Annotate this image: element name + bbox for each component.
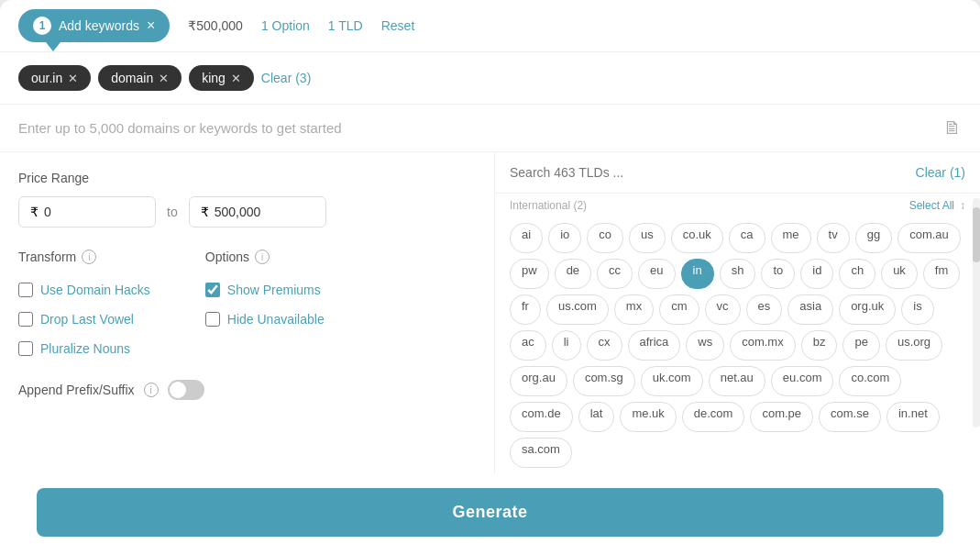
tld-tag-net-au[interactable]: net.au [709,366,765,396]
tld-tag-com-sg[interactable]: com.sg [573,366,635,396]
tld-tag-cm[interactable]: cm [659,294,699,325]
tld-tag-org-au[interactable]: org.au [510,366,567,396]
tld-tag-fr[interactable]: fr [510,294,541,325]
remove-keyword-our-in[interactable]: ✕ [68,72,78,85]
tld-search-input[interactable] [510,165,916,180]
sort-arrows-icon[interactable]: ↕ [960,199,965,212]
options-info-icon[interactable]: i [255,250,270,264]
pluralize-nouns-checkbox[interactable] [18,341,33,356]
tld-tag-com-se[interactable]: com.se [819,402,881,432]
hide-unavailable-checkbox[interactable] [205,312,220,327]
drop-last-vowel-checkbox[interactable] [18,312,33,327]
price-stat: ₹500,000 [188,18,243,33]
options-row: Transform i Use Domain Hacks Drop Last V… [18,250,476,361]
drop-last-vowel-option[interactable]: Drop Last Vowel [18,306,150,332]
tld-tag-uk-com[interactable]: uk.com [641,366,703,396]
tld-tag-co-uk[interactable]: co.uk [671,223,723,253]
tld-tag-fm[interactable]: fm [923,259,960,289]
tld-tag-sh[interactable]: sh [720,259,756,289]
tld-tag-org-uk[interactable]: org.uk [839,294,896,325]
add-keywords-label: Add keywords [59,18,139,33]
tld-tag-us-org[interactable]: us.org [886,330,942,361]
select-all-button[interactable]: Select All [909,199,954,212]
tld-tag-com-pe[interactable]: com.pe [750,402,813,432]
tld-tag-ws[interactable]: ws [686,330,724,361]
currency-symbol-max: ₹ [201,205,209,219]
append-toggle[interactable] [168,380,204,400]
tld-tag-in[interactable]: in [681,259,714,289]
tld-tag-pe[interactable]: pe [842,330,879,361]
currency-symbol-min: ₹ [30,205,39,219]
tld-tag-eu-com[interactable]: eu.com [771,366,834,396]
tld-tag-co-com[interactable]: co.com [839,366,901,396]
tld-tag-cc[interactable]: cc [597,259,633,289]
tld-tag-de-com[interactable]: de.com [682,402,745,432]
generate-section: Generate [0,473,980,544]
min-price-field[interactable] [44,205,136,219]
tld-tag-me[interactable]: me [771,223,811,253]
tld-tag-ca[interactable]: ca [729,223,765,253]
tld-tag-com-au[interactable]: com.au [897,223,961,253]
tld-tag-io[interactable]: io [548,223,581,253]
use-domain-hacks-checkbox[interactable] [18,283,33,297]
main-content: Price Range ₹ to ₹ Transform i [0,152,980,473]
show-premiums-checkbox[interactable] [205,283,220,297]
tld-tag-bz[interactable]: bz [801,330,838,361]
tld-tag-mx[interactable]: mx [614,294,654,325]
tld-tag-to[interactable]: to [761,259,795,289]
max-price-field[interactable] [215,205,306,219]
tld-tag-me-uk[interactable]: me.uk [620,402,676,432]
min-price-input[interactable]: ₹ [18,196,156,228]
tld-tag-africa[interactable]: africa [628,330,681,361]
max-price-input[interactable]: ₹ [189,196,326,228]
append-prefix-row: Append Prefix/Suffix i [18,380,476,400]
tld-tag-id[interactable]: id [800,259,833,289]
tld-tag-sa-com[interactable]: sa.com [510,438,572,468]
tld-tag-us[interactable]: us [629,223,666,253]
show-premiums-option[interactable]: Show Premiums [205,277,325,303]
tld-tag-ai[interactable]: ai [510,223,543,253]
add-keywords-close-icon[interactable]: × [147,18,155,33]
use-domain-hacks-option[interactable]: Use Domain Hacks [18,277,150,303]
tld-tag-in-net[interactable]: in.net [886,402,940,432]
tld-tag-us-com[interactable]: us.com [546,294,609,325]
append-info-icon[interactable]: i [144,383,159,397]
add-keywords-button[interactable]: 1 Add keywords × [18,9,170,42]
scrollbar-thumb[interactable] [973,207,980,262]
tld-tag-asia[interactable]: asia [787,294,833,325]
tld-tag-de[interactable]: de [555,259,591,289]
tld-tag-tv[interactable]: tv [817,223,850,253]
tld-tag-uk[interactable]: uk [881,259,918,289]
tld-tag-com-mx[interactable]: com.mx [730,330,796,361]
pluralize-nouns-option[interactable]: Pluralize Nouns [18,336,150,361]
remove-keyword-king[interactable]: ✕ [231,72,241,85]
append-label: Append Prefix/Suffix [18,383,135,397]
hide-unavailable-option[interactable]: Hide Unavailable [205,306,325,332]
tld-tag-vc[interactable]: vc [705,294,741,325]
tld-tag-gg[interactable]: gg [855,223,892,253]
upload-file-icon[interactable]: 🗎 [943,117,962,139]
reset-button[interactable]: Reset [381,18,415,33]
clear-tld-button[interactable]: Clear (1) [916,165,965,180]
transform-info-icon[interactable]: i [82,250,96,264]
tld-tag-li[interactable]: li [552,330,581,361]
tld-tag-lat[interactable]: lat [578,402,615,432]
tld-section-label: International (2) [510,199,587,212]
tld-tag-cx[interactable]: cx [587,330,622,361]
keyword-tag-domain: domain ✕ [98,65,182,91]
tld-tag-eu[interactable]: eu [638,259,675,289]
generate-button[interactable]: Generate [37,488,943,537]
tld-tag-com-de[interactable]: com.de [510,402,573,432]
tld-tag-co[interactable]: co [587,223,623,253]
tld-tag-es[interactable]: es [746,294,783,325]
scrollbar-track [973,198,980,427]
options-col: Options i Show Premiums Hide Unavailable [205,250,325,361]
transform-header: Transform i [18,250,150,264]
clear-keywords-button[interactable]: Clear (3) [261,71,311,85]
remove-keyword-domain[interactable]: ✕ [159,72,169,85]
tld-tag-ch[interactable]: ch [839,259,875,289]
tld-tag-ac[interactable]: ac [510,330,546,361]
tld-tag-is[interactable]: is [901,294,933,325]
price-range-label: Price Range [18,171,476,185]
tld-tag-pw[interactable]: pw [510,259,549,289]
